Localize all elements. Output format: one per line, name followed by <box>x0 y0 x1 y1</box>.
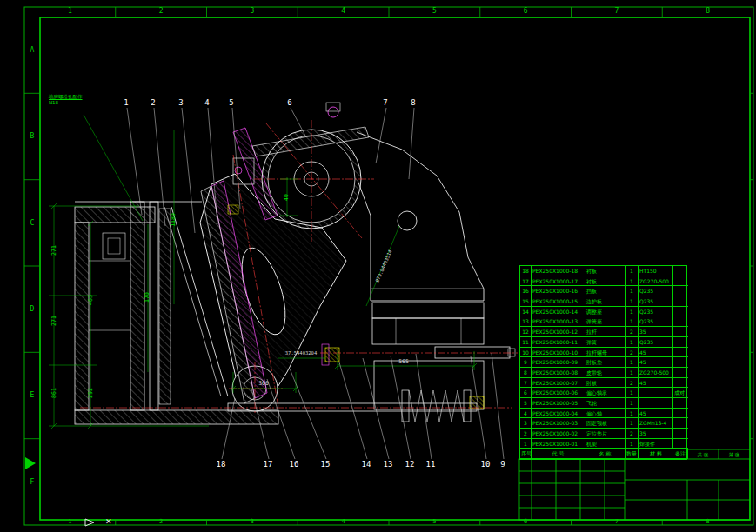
part-code: PEX250X1000-02 <box>532 429 585 439</box>
callout-8: 8 <box>411 98 415 107</box>
part-code: PEX250X1000-14 <box>532 307 585 317</box>
part-name: 肘板垫 <box>585 357 626 368</box>
part-no: 14 <box>520 307 532 317</box>
part-no: 13 <box>520 316 532 327</box>
part-code: PEX250X1000-07 <box>532 378 585 389</box>
dim-40: 40 <box>283 194 290 201</box>
corner-x-mark: ✕ <box>105 517 112 526</box>
part-code: PEX250X1000-09 <box>532 357 585 368</box>
part-qty: 1 <box>626 409 639 419</box>
part-no: 1 <box>520 439 532 449</box>
part-name: 弹簧座 <box>585 316 626 327</box>
part-name: 固定颚板 <box>585 418 626 429</box>
part-name: 挡板 <box>585 286 626 296</box>
part-qty: 1 <box>626 266 639 276</box>
part-material <box>639 388 673 398</box>
part-name: 偏心轴承 <box>585 388 626 398</box>
adjust-rod <box>435 347 510 358</box>
part-no: 9 <box>520 357 532 368</box>
callout-17: 17 <box>264 460 273 469</box>
zone-number: 3 <box>207 518 298 525</box>
part-no: 2 <box>520 429 532 439</box>
part-no: 10 <box>520 348 532 358</box>
part-remark <box>673 286 688 296</box>
callout-18: 18 <box>217 460 226 469</box>
part-name: 机架 <box>585 439 626 449</box>
part-code: PEX250X1000-18 <box>532 266 585 276</box>
zone-number: 6 <box>480 6 572 17</box>
header-code: 代 号 <box>532 449 585 459</box>
part-name: 边护板 <box>585 296 626 307</box>
parts-table: 18 PEX250X1000-18 衬板 1 HT150 17 PEX250X1… <box>519 265 687 460</box>
top-bolt <box>328 107 338 117</box>
zone-letter: E <box>24 352 40 438</box>
part-code: PEX250X1000-17 <box>532 276 585 287</box>
part-material: Q235 <box>639 316 673 327</box>
part-remark <box>673 418 688 429</box>
sheet-no-label: 第 张 <box>729 452 740 458</box>
part-name: 拉杆 <box>585 327 626 337</box>
part-material: 35 <box>639 327 673 337</box>
part-material: Q235 <box>639 296 673 307</box>
part-qty: 2 <box>626 378 639 389</box>
callout-15: 15 <box>321 460 331 469</box>
header-qty: 数量 <box>626 449 639 459</box>
title-block <box>519 449 750 520</box>
zone-number: 2 <box>116 518 207 525</box>
part-no: 18 <box>520 266 532 276</box>
part-remark <box>673 337 688 348</box>
header-remark: 备注 <box>673 449 688 459</box>
part-code: PEX250X1000-13 <box>532 316 585 327</box>
part-code: PEX250X1000-03 <box>532 418 585 429</box>
zone-number: 4 <box>298 6 389 17</box>
part-name: 皮带轮 <box>585 368 626 378</box>
part-no: 6 <box>520 388 532 398</box>
callout-3: 3 <box>178 98 183 107</box>
dim-861: 861 <box>50 388 57 398</box>
part-material: ZG270-500 <box>639 368 673 378</box>
part-material: Q235 <box>639 337 673 348</box>
part-no: 11 <box>520 337 532 348</box>
part-code: PEX250X1000-10 <box>532 348 585 358</box>
header-no: 序号 <box>520 449 532 459</box>
technical-note: 地脚螺栓孔配作 N18 <box>49 94 83 106</box>
part-material: 45 <box>639 348 673 358</box>
callout-13: 13 <box>384 460 393 469</box>
note-line: N18 <box>49 100 83 106</box>
part-code: PEX250X1000-15 <box>532 296 585 307</box>
part-qty: 2 <box>626 348 639 358</box>
part-material: ZG270-500 <box>639 276 673 287</box>
zone-letter: D <box>24 266 40 352</box>
part-material: Q235 <box>639 286 673 296</box>
part-material <box>639 398 673 409</box>
dim-463: 463 <box>87 295 94 305</box>
zone-number: 5 <box>389 6 480 17</box>
part-material: 焊接件 <box>639 439 673 449</box>
part-qty: 1 <box>626 439 639 449</box>
zone-number: 5 <box>389 518 480 525</box>
zone-letters-left: ABCDEF <box>24 7 40 525</box>
sheet-total-label: 共 张 <box>698 452 709 458</box>
zone-number: 3 <box>207 6 298 17</box>
part-name: 定位垫片 <box>585 429 626 439</box>
zone-letter: B <box>24 93 40 179</box>
part-remark: 成对 <box>673 388 688 398</box>
zone-letter: F <box>24 439 40 525</box>
part-remark <box>673 348 688 358</box>
part-name: 衬板 <box>585 266 626 276</box>
part-qty: 2 <box>626 429 639 439</box>
part-material: 45 <box>639 357 673 368</box>
callout-11: 11 <box>426 460 436 469</box>
part-remark <box>673 316 688 327</box>
callout-9: 9 <box>500 460 505 469</box>
part-name: 衬板 <box>585 276 626 287</box>
part-material: HT150 <box>639 266 673 276</box>
callout-10: 10 <box>481 460 491 469</box>
part-remark <box>673 429 688 439</box>
part-no: 17 <box>520 276 532 287</box>
header-name: 名 称 <box>585 449 626 459</box>
zone-numbers-top: 12345678 <box>24 6 753 17</box>
dim-170: 170 <box>144 292 151 303</box>
part-no: 4 <box>520 409 532 419</box>
dim-300: 300 <box>258 380 269 387</box>
